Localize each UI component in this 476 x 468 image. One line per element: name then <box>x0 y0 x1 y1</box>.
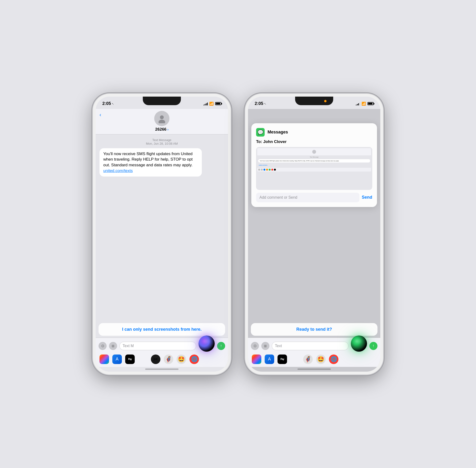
right-globe-icon[interactable]: 🌐 <box>329 354 338 364</box>
right-phone: 2:05 ↑ 📶 <box>245 94 383 375</box>
memoji-black-icon[interactable]: ✂ <box>151 354 160 364</box>
right-send-icon: ↑ <box>372 343 375 348</box>
location-arrow-icon: ↑ <box>111 102 115 105</box>
messages-header: ‹ 26266 › <box>96 109 228 134</box>
message-bubble: You'll now receive SMS flight updates fr… <box>100 148 202 176</box>
svg-point-0 <box>160 115 164 119</box>
left-screen: 2:05 ↑ 📶 <box>96 97 228 372</box>
left-status-icons: 📶 <box>204 102 221 106</box>
right-message-input[interactable]: Text <box>272 342 348 350</box>
messages-share-icon: 💬 <box>256 128 265 137</box>
message-input[interactable]: Text M <box>119 342 196 350</box>
photos-app-icon[interactable] <box>100 354 109 364</box>
apps-icon: ⊞ <box>112 344 115 348</box>
camera-button[interactable]: ⊙ <box>99 342 107 350</box>
right-notch <box>295 97 333 105</box>
memoji-hero1-icon[interactable]: 🦸‍♀️ <box>164 354 173 364</box>
left-phone: 2:05 ↑ 📶 <box>93 94 231 375</box>
right-apps-icon: ⊞ <box>264 344 267 348</box>
appstore-icon[interactable]: A <box>112 354 122 364</box>
left-siri-banner: I can only send screenshots from here. <box>99 323 225 336</box>
right-bottom-area: Ready to send it? ⊙ ⊞ Text <box>248 323 380 372</box>
right-memoji-hero1-icon[interactable]: 🦸‍♀️ <box>303 354 313 364</box>
svg-point-1 <box>159 120 165 123</box>
camera-icon: ⊙ <box>101 344 104 348</box>
apps-button[interactable]: ⊞ <box>109 342 117 350</box>
wifi-icon: 📶 <box>209 102 214 106</box>
right-camera-icon: ⊙ <box>253 344 257 348</box>
send-button[interactable]: ↑ <box>217 342 225 350</box>
share-send-button[interactable]: Send <box>362 195 372 200</box>
right-wifi-icon: 📶 <box>361 102 366 106</box>
right-screen: 2:05 ↑ 📶 <box>248 97 380 372</box>
left-toolbar-row: ⊙ ⊞ Text M ↑ <box>99 340 225 352</box>
message-link[interactable]: united.com/texts <box>103 168 133 173</box>
share-comment-input[interactable]: Add comment or Send <box>256 193 359 202</box>
right-siri-spacer <box>290 354 300 364</box>
left-app-row: A Pay ✂ 🦸‍♀️ 🤩 🌐 <box>99 353 225 365</box>
right-memoji-hero2-icon[interactable]: 🤩 <box>316 354 326 364</box>
share-comment-row: Add comment or Send Send <box>256 193 372 202</box>
right-apps-button[interactable]: ⊞ <box>261 342 269 350</box>
contact-name[interactable]: 26266 › <box>155 127 168 132</box>
left-phone-frame: 2:05 ↑ 📶 <box>93 94 231 375</box>
orange-dot <box>324 100 327 102</box>
contact-avatar <box>154 111 169 126</box>
share-app-name: Messages <box>268 130 288 135</box>
left-siri-globe[interactable] <box>198 336 215 352</box>
share-to-label: To: John Clover <box>256 139 372 144</box>
battery-icon <box>215 102 221 105</box>
send-icon: ↑ <box>220 343 222 348</box>
signal-icon <box>204 102 208 105</box>
right-location-arrow-icon: ↑ <box>263 102 267 105</box>
share-header: 💬 Messages <box>256 128 372 137</box>
right-appstore-icon[interactable]: A <box>265 354 274 364</box>
right-toolbar-row: ⊙ ⊞ Text ↑ <box>251 340 377 352</box>
right-siri-globe[interactable] <box>351 336 367 352</box>
left-home-indicator <box>96 367 228 372</box>
memoji-hero2-icon[interactable]: 🤩 <box>177 354 186 364</box>
right-toolbar: ⊙ ⊞ Text ↑ <box>248 338 380 367</box>
notch <box>143 97 181 105</box>
right-phone-frame: 2:05 ↑ 📶 <box>245 94 383 375</box>
message-timestamp: Text Message Mon, Jun 28, 10:08 AM <box>100 138 224 145</box>
right-applepay-icon[interactable]: Pay <box>278 354 287 364</box>
right-siri-banner: Ready to send it? <box>251 323 377 336</box>
spacer <box>138 354 148 364</box>
right-app-row: A Pay 🦸‍♀️ 🤩 🌐 <box>251 353 377 365</box>
screenshot-preview: Text Message You'll now receive SMS flig… <box>256 147 372 190</box>
applepay-icon[interactable]: Pay <box>125 354 135 364</box>
right-screen-content: 💬 Messages To: John Clover Text Message … <box>248 109 380 372</box>
person-icon <box>157 114 167 123</box>
right-camera-button[interactable]: ⊙ <box>251 342 259 350</box>
left-toolbar: ⊙ ⊞ Text M ↑ <box>96 338 228 367</box>
share-sheet[interactable]: 💬 Messages To: John Clover Text Message … <box>251 123 377 207</box>
globe-icon[interactable]: 🌐 <box>190 354 199 364</box>
right-status-time: 2:05 ↑ <box>255 101 266 106</box>
messages-body: Text Message Mon, Jun 28, 10:08 AM You'l… <box>96 134 228 321</box>
right-send-button[interactable]: ↑ <box>369 342 377 350</box>
right-home-indicator <box>248 367 380 372</box>
right-status-icons: 📶 <box>356 102 374 106</box>
left-status-time: 2:05 ↑ <box>102 101 114 106</box>
right-battery-icon <box>368 102 374 105</box>
left-screen-content: ‹ 26266 › Text Message <box>96 109 228 372</box>
back-button[interactable]: ‹ <box>100 112 101 118</box>
right-signal-icon <box>356 102 360 105</box>
message-bubble-container: You'll now receive SMS flight updates fr… <box>100 148 224 176</box>
right-photos-app-icon[interactable] <box>252 354 261 364</box>
contact-chevron-icon: › <box>167 128 168 131</box>
